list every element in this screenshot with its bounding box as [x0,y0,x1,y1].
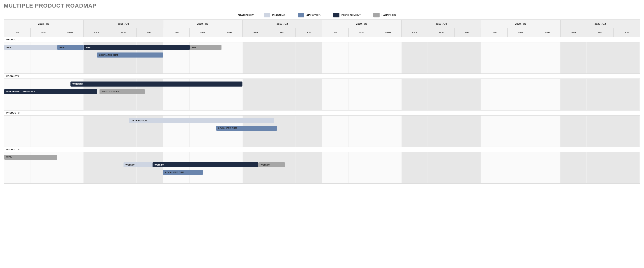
gantt-bar[interactable]: LOCALIZED CRM [97,52,163,58]
month-header: MAR [534,28,560,37]
quarter-header: 2018 - Q3 [4,20,84,28]
month-header: NOV [428,28,455,37]
gantt-bar[interactable]: WEB 2.0 [258,162,285,167]
quarter-header: 2020 - Q2 [560,20,640,28]
launched-swatch [373,13,380,17]
status-label: APPROVED [306,14,320,17]
month-header: MAR [216,28,242,37]
month-header: JUL [322,28,349,37]
month-header: MAY [587,28,613,37]
status-item-development: DEVELOPMENT [333,13,361,17]
quarter-header: 2019 - Q1 [163,20,243,28]
page-title: MULTIPLE PRODUCT ROADMAP [4,3,640,9]
gantt-bar[interactable]: WEBSITE [70,82,242,87]
month-header: FEB [189,28,216,37]
gantt-bar[interactable]: WEB 2.0 [153,162,258,167]
month-header: OCT [402,28,428,37]
month-header: AUG [31,28,57,37]
product-lane: DISTRIBUTIONLOCALIZED CRM [4,115,640,147]
product-label: PRODUCT 1 [4,37,640,42]
month-header: NOV [110,28,137,37]
month-header: FEB [507,28,534,37]
month-header-row: JULAUGSEPTOCTNOVDECJANFEBMARAPRMAYJUNJUL… [4,28,640,37]
roadmap-grid: 2018 - Q32018 - Q42019 - Q12019 - Q22019… [4,19,640,184]
quarter-header: 2020 - Q1 [481,20,561,28]
month-header: JUN [295,28,322,37]
quarter-header: 2019 - Q3 [322,20,402,28]
gantt-bar[interactable]: APP [57,45,84,50]
status-label: PLANNING [272,14,285,17]
month-header: APR [560,28,587,37]
product-lane: WEBWEB 2.0WEB 2.0WEB 2.0LOCALIZED CRM [4,152,640,183]
month-header: OCT [84,28,110,37]
gantt-bar[interactable]: APP [4,45,57,50]
gantt-bar[interactable]: APP [84,45,190,50]
quarter-header: 2019 - Q2 [242,20,322,28]
month-header: SEPT [57,28,84,37]
status-item-approved: APPROVED [298,13,320,17]
month-header: JAN [163,28,189,37]
status-label: LAUNCHED [382,14,396,17]
month-header: AUG [349,28,375,37]
quarter-header: 2019 - Q4 [402,20,481,28]
gantt-bar[interactable]: MKTG CMPGN A [100,89,144,94]
product-lane: APPAPPAPPAPPLOCALIZED CRM [4,42,640,74]
product-label: PRODUCT 2 [4,74,640,79]
month-header: JAN [481,28,507,37]
gantt-bar[interactable]: WEB [4,155,57,160]
month-header: JUL [4,28,31,37]
month-header: DEC [137,28,163,37]
development-swatch [333,13,339,17]
gantt-bar[interactable]: LOCALIZED CRM [216,126,277,131]
planning-swatch [264,13,270,17]
status-item-launched: LAUNCHED [373,13,396,17]
gantt-bar[interactable]: LOCALIZED CRM [163,170,203,175]
product-label: PRODUCT 4 [4,147,640,152]
product-label: PRODUCT 3 [4,110,640,115]
month-header: APR [242,28,269,37]
gantt-bar[interactable]: MARKETING CAMPAIGN A [4,89,97,94]
quarter-header-row: 2018 - Q32018 - Q42019 - Q12019 - Q22019… [4,20,640,28]
gantt-bar[interactable]: DISTRIBUTION [129,118,275,123]
gantt-bar[interactable]: WEB 2.0 [123,162,153,167]
status-item-planning: PLANNING [264,13,285,17]
status-label: DEVELOPMENT [341,14,361,17]
status-key-label: STATUS KEY [238,14,254,17]
gantt-bar[interactable]: APP [190,45,221,50]
status-key: STATUS KEY PLANNINGAPPROVEDDEVELOPMENTLA… [4,13,640,17]
month-header: SEPT [375,28,402,37]
approved-swatch [298,13,304,17]
quarter-header: 2018 - Q4 [84,20,163,28]
month-header: JUN [613,28,640,37]
month-header: DEC [455,28,481,37]
month-header: MAY [269,28,295,37]
product-lane: WEBSITEMARKETING CAMPAIGN AMKTG CMPGN A [4,79,640,110]
